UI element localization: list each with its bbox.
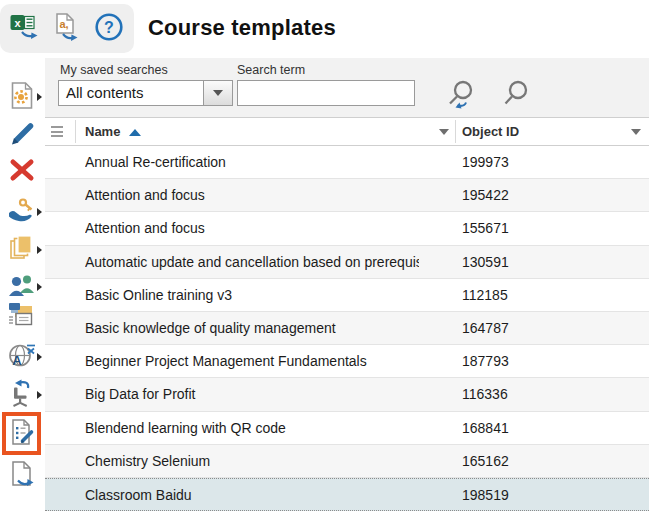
table-row[interactable]: Blendend learning with QR code 168841 (45, 412, 649, 445)
table-body: Annual Re-certification 199973 Attention… (45, 146, 649, 511)
sort-ascending-icon (129, 129, 141, 136)
cell-name: Classroom Baidu (85, 479, 419, 511)
copy-icon (9, 235, 35, 265)
header-icon-group: x a, (0, 4, 134, 53)
svg-text:?: ? (104, 18, 114, 35)
cell-name: Attention and focus (85, 179, 419, 211)
participants-button[interactable] (7, 272, 37, 302)
session-booking-icon (8, 379, 36, 411)
saved-searches-label: My saved searches (60, 63, 168, 77)
table-row[interactable]: Basic knowledge of quality management 16… (45, 312, 649, 345)
search-term-input[interactable] (237, 80, 415, 106)
results-table: Name Object ID Annual Re-certification 1… (45, 117, 649, 511)
search-reset-icon (445, 77, 479, 115)
sidebar: A (0, 58, 45, 514)
cell-name: Attention and focus (85, 212, 419, 244)
table-row[interactable]: Chemistry Selenium 165162 (45, 445, 649, 478)
saved-searches-dropdown-button[interactable] (203, 81, 232, 105)
search-icon (502, 79, 530, 113)
cell-name: Big Data for Profit (85, 378, 419, 410)
cell-name: Basic knowledge of quality management (85, 312, 419, 344)
cell-object-id: 198519 (462, 479, 509, 511)
export-excel-button[interactable]: x (8, 12, 42, 46)
document-transfer-button[interactable] (7, 462, 37, 492)
cell-name: Blendend learning with QR code (85, 412, 419, 444)
svg-text:x: x (14, 16, 21, 28)
translate-button[interactable]: A (7, 342, 37, 372)
export-text-icon: a, (54, 13, 80, 45)
table-row[interactable]: Automatic update and cancellation based … (45, 246, 649, 279)
delete-icon (9, 158, 35, 186)
cell-object-id: 130591 (462, 246, 509, 278)
column-header-name-label: Name (85, 124, 120, 139)
search-reset-button[interactable] (443, 78, 481, 114)
table-row[interactable]: Big Data for Profit 116336 (45, 378, 649, 411)
svg-text:A: A (12, 353, 22, 368)
template-checklist-edit-button-highlighted[interactable] (2, 412, 41, 455)
cell-object-id: 165162 (462, 445, 509, 477)
cell-object-id: 168841 (462, 412, 509, 444)
name-filter-dropdown-icon[interactable] (439, 129, 449, 135)
cell-name: Beginner Project Management Fundamentals (85, 345, 419, 377)
cell-name: Automatic update and cancellation based … (85, 246, 419, 278)
course-templates-window: x a, (0, 0, 649, 514)
edit-button[interactable] (7, 121, 37, 151)
print-correspondence-icon (7, 300, 37, 332)
translate-icon: A (8, 342, 36, 373)
table-row[interactable]: Attention and focus 155671 (45, 212, 649, 245)
table-row[interactable]: Basic Online training v3 112185 (45, 279, 649, 312)
table-header-row: Name Object ID (45, 117, 649, 146)
cell-object-id: 199973 (462, 146, 509, 178)
participants-icon (8, 272, 36, 302)
chevron-down-icon (213, 90, 223, 96)
submenu-caret[interactable] (37, 208, 42, 216)
cell-name: Chemistry Selenium (85, 445, 419, 477)
assign-permission-button[interactable] (7, 197, 37, 227)
submenu-caret[interactable] (37, 283, 42, 291)
column-header-object-id-label: Object ID (462, 124, 519, 139)
search-term-label: Search term (237, 63, 305, 77)
template-checklist-edit-icon (9, 419, 35, 449)
print-correspondence-button[interactable] (7, 301, 37, 331)
submenu-caret[interactable] (37, 391, 42, 399)
submenu-caret[interactable] (37, 246, 42, 254)
table-row[interactable]: Attention and focus 195422 (45, 179, 649, 212)
submenu-caret[interactable] (37, 353, 42, 361)
saved-searches-select[interactable]: All contents (58, 80, 233, 106)
help-button[interactable]: ? (92, 12, 126, 46)
session-booking-button[interactable] (7, 380, 37, 410)
assign-permission-icon (7, 197, 37, 228)
cell-name: Basic Online training v3 (85, 279, 419, 311)
cell-object-id: 195422 (462, 179, 509, 211)
copy-button[interactable] (7, 235, 37, 265)
filter-toolbar: My saved searches All contents Search te… (45, 58, 649, 117)
cell-name: Annual Re-certification (85, 146, 419, 178)
help-icon: ? (94, 12, 124, 46)
cell-object-id: 116336 (462, 378, 508, 410)
table-row[interactable]: Classroom Baidu 198519 (45, 478, 649, 511)
column-header-name[interactable]: Name (85, 118, 141, 146)
delete-button[interactable] (7, 157, 37, 187)
object-id-filter-dropdown-icon[interactable] (631, 129, 641, 135)
page-title: Course templates (148, 15, 336, 41)
column-header-object-id[interactable]: Object ID (462, 118, 519, 146)
svg-text:a,: a, (59, 18, 68, 30)
search-button[interactable] (497, 78, 535, 114)
table-row[interactable]: Beginner Project Management Fundamentals… (45, 345, 649, 378)
new-template-button[interactable] (7, 82, 37, 112)
column-divider (75, 120, 76, 143)
submenu-caret[interactable] (37, 93, 42, 101)
new-template-icon (10, 82, 34, 113)
cell-object-id: 112185 (462, 279, 508, 311)
cell-object-id: 187793 (462, 345, 509, 377)
edit-icon (9, 121, 35, 151)
table-row[interactable]: Annual Re-certification 199973 (45, 146, 649, 179)
export-excel-icon: x (10, 13, 40, 45)
cell-object-id: 155671 (462, 212, 509, 244)
saved-searches-value: All contents (59, 81, 203, 105)
cell-object-id: 164787 (462, 312, 509, 344)
document-transfer-icon (10, 461, 34, 493)
export-text-button[interactable]: a, (50, 12, 84, 46)
column-drag-handle-icon[interactable] (51, 126, 63, 140)
column-divider (455, 120, 456, 143)
